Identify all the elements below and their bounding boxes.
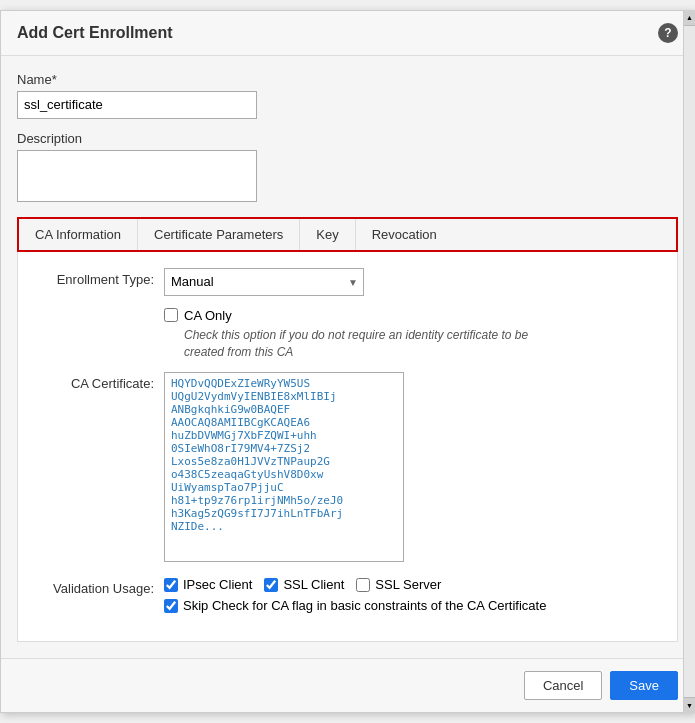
dialog-body: Name* Description CA Information Certifi… bbox=[1, 56, 694, 659]
ssl-client-item: SSL Client bbox=[264, 577, 344, 592]
ca-only-checkbox[interactable] bbox=[164, 308, 178, 322]
tab-ca-information[interactable]: CA Information bbox=[19, 219, 138, 250]
ca-only-row: CA Only Check this option if you do not … bbox=[34, 308, 661, 361]
dialog-wrapper: Add Cert Enrollment ? Name* Description … bbox=[0, 10, 695, 714]
tab-content-ca-information: Enrollment Type: Manual SCEP EST ▼ bbox=[17, 252, 678, 643]
scroll-up-button[interactable]: ▲ bbox=[684, 10, 695, 26]
name-input[interactable] bbox=[17, 91, 257, 119]
tab-key[interactable]: Key bbox=[300, 219, 355, 250]
tab-revocation[interactable]: Revocation bbox=[356, 219, 453, 250]
ca-certificate-field: HQYDvQQDExZIeWRyYW5US UQgU2VydmVyIENBIE8… bbox=[164, 372, 661, 565]
ssl-client-label: SSL Client bbox=[283, 577, 344, 592]
ssl-server-item: SSL Server bbox=[356, 577, 441, 592]
enrollment-type-select-wrapper: Manual SCEP EST ▼ bbox=[164, 268, 364, 296]
enrollment-type-value: Manual SCEP EST ▼ bbox=[164, 268, 661, 296]
enrollment-type-row: Enrollment Type: Manual SCEP EST ▼ bbox=[34, 268, 661, 296]
description-textarea[interactable] bbox=[17, 150, 257, 202]
save-button[interactable]: Save bbox=[610, 671, 678, 700]
ca-only-field: CA Only Check this option if you do not … bbox=[164, 308, 661, 361]
cancel-button[interactable]: Cancel bbox=[524, 671, 602, 700]
right-scrollbar: ▲ ▼ bbox=[683, 10, 695, 714]
ssl-server-checkbox[interactable] bbox=[356, 578, 370, 592]
enrollment-type-select[interactable]: Manual SCEP EST bbox=[164, 268, 364, 296]
tab-certificate-parameters[interactable]: Certificate Parameters bbox=[138, 219, 300, 250]
add-cert-enrollment-dialog: Add Cert Enrollment ? Name* Description … bbox=[0, 10, 695, 714]
validation-checkboxes: IPsec Client SSL Client SSL Server bbox=[164, 577, 661, 592]
ca-certificate-row: CA Certificate: HQYDvQQDExZIeWRyYW5US UQ… bbox=[34, 372, 661, 565]
ipsec-client-item: IPsec Client bbox=[164, 577, 252, 592]
ssl-client-checkbox[interactable] bbox=[264, 578, 278, 592]
validation-usage-field: IPsec Client SSL Client SSL Server bbox=[164, 577, 661, 613]
validation-usage-row: Validation Usage: IPsec Client SSL Clien… bbox=[34, 577, 661, 613]
tabs-container: CA Information Certificate Parameters Ke… bbox=[17, 217, 678, 252]
dialog-header: Add Cert Enrollment ? bbox=[1, 11, 694, 56]
ssl-server-label: SSL Server bbox=[375, 577, 441, 592]
enrollment-type-label: Enrollment Type: bbox=[34, 268, 164, 287]
ca-certificate-label: CA Certificate: bbox=[34, 372, 164, 391]
skip-check-label: Skip Check for CA flag in basic constrai… bbox=[183, 598, 546, 613]
ca-certificate-textarea[interactable]: HQYDvQQDExZIeWRyYW5US UQgU2VydmVyIENBIE8… bbox=[164, 372, 404, 562]
help-icon[interactable]: ? bbox=[658, 23, 678, 43]
name-group: Name* bbox=[17, 72, 678, 119]
ipsec-client-checkbox[interactable] bbox=[164, 578, 178, 592]
dialog-title: Add Cert Enrollment bbox=[17, 24, 173, 42]
name-label: Name* bbox=[17, 72, 678, 87]
description-label: Description bbox=[17, 131, 678, 146]
description-group: Description bbox=[17, 131, 678, 205]
validation-usage-label: Validation Usage: bbox=[34, 577, 164, 596]
scroll-down-button[interactable]: ▼ bbox=[684, 697, 695, 713]
skip-check-checkbox[interactable] bbox=[164, 599, 178, 613]
skip-check-row: Skip Check for CA flag in basic constrai… bbox=[164, 598, 661, 613]
ca-only-hint: Check this option if you do not require … bbox=[184, 327, 554, 361]
dialog-footer: Cancel Save bbox=[1, 658, 694, 712]
ca-only-checkbox-row: CA Only bbox=[164, 308, 661, 323]
ipsec-client-label: IPsec Client bbox=[183, 577, 252, 592]
ca-only-label: CA Only bbox=[184, 308, 232, 323]
